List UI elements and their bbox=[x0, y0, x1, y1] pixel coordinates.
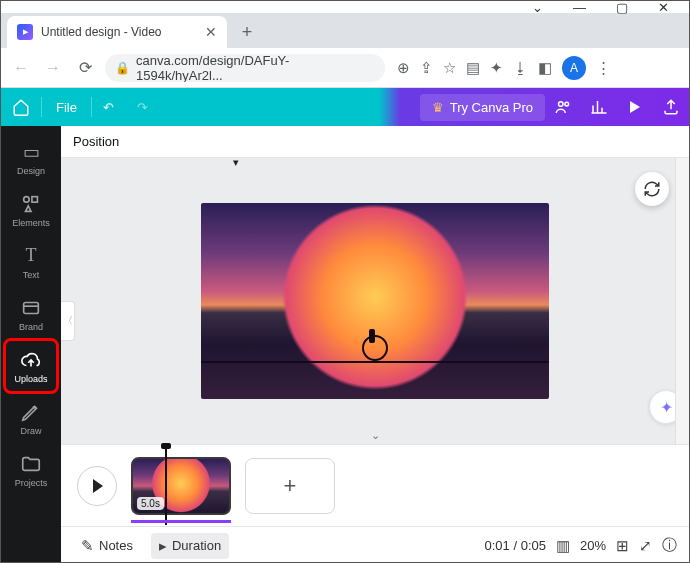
file-menu[interactable]: File bbox=[42, 100, 91, 115]
rail-text[interactable]: T Text bbox=[5, 236, 57, 288]
position-button[interactable]: Position bbox=[73, 134, 119, 149]
address-bar[interactable]: 🔒 canva.com/design/DAFuY-1594k/hyAr2l... bbox=[105, 54, 385, 82]
window-maximize-icon[interactable]: ▢ bbox=[616, 0, 628, 15]
extensions-icon[interactable]: ✦ bbox=[490, 59, 503, 77]
clip-duration-label: 5.0s bbox=[137, 497, 164, 510]
download-icon[interactable]: ⭳ bbox=[513, 59, 528, 76]
notes-label: Notes bbox=[99, 538, 133, 553]
canva-topbar: File ↶ ↷ ♛ Try Canva Pro bbox=[1, 88, 689, 126]
canvas-content[interactable] bbox=[201, 203, 549, 399]
svg-point-0 bbox=[559, 102, 564, 107]
help-icon[interactable]: ⓘ bbox=[662, 536, 677, 555]
pages-view-icon[interactable]: ▥ bbox=[556, 537, 570, 555]
fullscreen-icon[interactable]: ⤢ bbox=[639, 537, 652, 555]
playhead[interactable] bbox=[165, 447, 167, 525]
rail-draw[interactable]: Draw bbox=[5, 392, 57, 444]
tab-favicon-icon bbox=[17, 24, 33, 40]
clip-selection-indicator bbox=[131, 520, 231, 523]
vertical-scrollbar[interactable] bbox=[675, 158, 689, 444]
canvas-area[interactable]: 〈 ▾ ✦ ⌄ bbox=[61, 158, 689, 444]
folder-icon bbox=[20, 453, 42, 475]
sparkle-icon: ✦ bbox=[660, 398, 673, 417]
bookmark-icon[interactable]: ☆ bbox=[443, 59, 456, 77]
svg-point-2 bbox=[24, 196, 30, 202]
duration-label: Duration bbox=[172, 538, 221, 553]
new-tab-button[interactable]: + bbox=[233, 18, 261, 46]
pencil-icon bbox=[20, 401, 42, 423]
collapse-timeline-icon[interactable]: ⌄ bbox=[371, 429, 380, 442]
time-readout: 0:01 / 0:05 bbox=[485, 538, 546, 553]
profile-avatar[interactable]: A bbox=[562, 56, 586, 80]
status-bar: ✎ Notes ▸ Duration 0:01 / 0:05 ▥ 20% ⊞ ⤢… bbox=[61, 526, 689, 563]
collaborators-icon[interactable] bbox=[545, 98, 581, 116]
shapes-icon bbox=[20, 193, 42, 215]
duration-button[interactable]: ▸ Duration bbox=[151, 533, 229, 559]
zoom-icon[interactable]: ⊕ bbox=[397, 59, 410, 77]
context-toolbar: Position bbox=[61, 126, 689, 158]
rail-label: Uploads bbox=[14, 374, 47, 384]
page-marker-icon: ▾ bbox=[233, 156, 239, 169]
nav-forward-icon[interactable]: → bbox=[41, 56, 65, 80]
timeline-clip[interactable]: 5.0s bbox=[131, 457, 231, 515]
svg-point-1 bbox=[565, 102, 569, 106]
rail-brand[interactable]: Brand bbox=[5, 288, 57, 340]
rail-label: Brand bbox=[19, 322, 43, 332]
collapse-panel-icon[interactable]: 〈 bbox=[61, 301, 75, 341]
window-titlebar: ⌄ — ▢ ✕ bbox=[1, 1, 689, 13]
nav-back-icon[interactable]: ← bbox=[9, 56, 33, 80]
url-text: canva.com/design/DAFuY-1594k/hyAr2l... bbox=[136, 54, 375, 82]
editor-area: Position 〈 ▾ ✦ ⌄ 5.0s bbox=[61, 126, 689, 563]
timeline-play-button[interactable] bbox=[77, 466, 117, 506]
undo-button[interactable]: ↶ bbox=[92, 100, 126, 115]
rail-projects[interactable]: Projects bbox=[5, 444, 57, 496]
lock-icon: 🔒 bbox=[115, 61, 130, 75]
add-page-button[interactable]: + bbox=[245, 458, 335, 514]
rail-label: Design bbox=[17, 166, 45, 176]
sidepanel-icon[interactable]: ◧ bbox=[538, 59, 552, 77]
svg-rect-3 bbox=[32, 196, 37, 202]
share-icon[interactable]: ⇪ bbox=[420, 59, 433, 77]
grid-view-icon[interactable]: ⊞ bbox=[616, 537, 629, 555]
duration-icon: ▸ bbox=[159, 537, 167, 555]
left-rail: ▭ Design Elements T Text Brand Uploads bbox=[1, 126, 61, 563]
share-upload-icon[interactable] bbox=[653, 98, 689, 116]
present-button[interactable] bbox=[617, 101, 653, 113]
text-icon: T bbox=[20, 245, 42, 267]
translate-icon[interactable]: ▤ bbox=[466, 59, 480, 77]
browser-toolbar: ← → ⟳ 🔒 canva.com/design/DAFuY-1594k/hyA… bbox=[1, 48, 689, 88]
cloud-upload-icon bbox=[20, 349, 42, 371]
rail-elements[interactable]: Elements bbox=[5, 184, 57, 236]
nav-reload-icon[interactable]: ⟳ bbox=[73, 56, 97, 80]
home-button[interactable] bbox=[1, 98, 41, 116]
try-pro-label: Try Canva Pro bbox=[450, 100, 533, 115]
try-canva-pro-button[interactable]: ♛ Try Canva Pro bbox=[420, 94, 545, 121]
tab-title: Untitled design - Video bbox=[41, 25, 162, 39]
browser-tab[interactable]: Untitled design - Video ✕ bbox=[7, 16, 227, 48]
rail-label: Elements bbox=[12, 218, 50, 228]
notes-button[interactable]: ✎ Notes bbox=[73, 533, 141, 559]
notes-icon: ✎ bbox=[81, 537, 94, 555]
template-icon: ▭ bbox=[20, 141, 42, 163]
rail-design[interactable]: ▭ Design bbox=[5, 132, 57, 184]
tab-close-icon[interactable]: ✕ bbox=[205, 24, 217, 40]
kebab-menu-icon[interactable]: ⋮ bbox=[596, 59, 611, 77]
rail-label: Projects bbox=[15, 478, 48, 488]
brand-icon bbox=[20, 297, 42, 319]
window-close-icon[interactable]: ✕ bbox=[658, 0, 669, 15]
rail-label: Text bbox=[23, 270, 40, 280]
window-chevron-icon[interactable]: ⌄ bbox=[532, 0, 543, 15]
redo-button[interactable]: ↷ bbox=[126, 100, 160, 115]
timeline: 5.0s + bbox=[61, 444, 689, 526]
regenerate-button[interactable] bbox=[635, 172, 669, 206]
window-minimize-icon[interactable]: — bbox=[573, 0, 586, 15]
browser-tabstrip: Untitled design - Video ✕ + bbox=[1, 13, 689, 48]
rail-label: Draw bbox=[20, 426, 41, 436]
crown-icon: ♛ bbox=[432, 100, 444, 115]
svg-rect-4 bbox=[24, 302, 39, 313]
rail-uploads[interactable]: Uploads bbox=[5, 340, 57, 392]
analytics-icon[interactable] bbox=[581, 98, 617, 116]
zoom-level[interactable]: 20% bbox=[580, 538, 606, 553]
